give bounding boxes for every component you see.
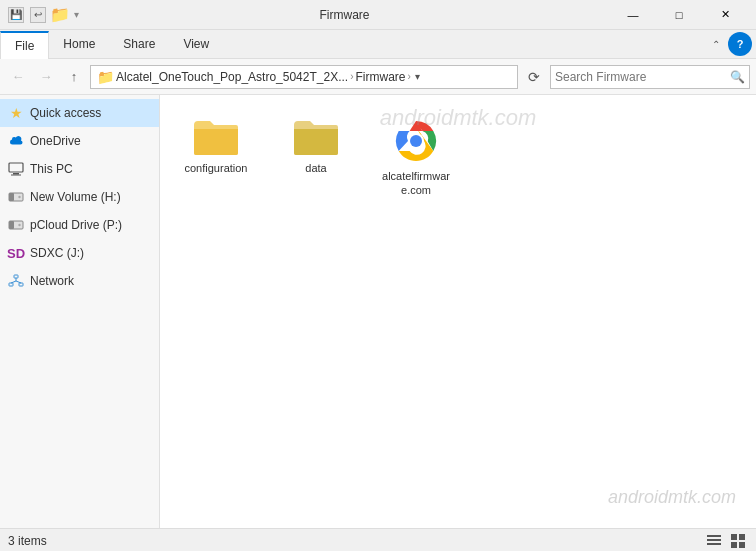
refresh-button[interactable]: ⟳ bbox=[522, 65, 546, 89]
help-button[interactable]: ? bbox=[728, 32, 752, 56]
forward-button[interactable]: → bbox=[34, 65, 58, 89]
svg-rect-10 bbox=[9, 283, 13, 286]
file-item-alcatelfirmware[interactable]: alcatelfirmware.com bbox=[376, 111, 456, 204]
file-item-label-configuration: configuration bbox=[185, 161, 248, 175]
chrome-svg bbox=[392, 117, 440, 165]
watermark-bottom: androidmtk.com bbox=[608, 487, 736, 508]
sidebar-item-label-onedrive: OneDrive bbox=[30, 134, 81, 148]
svg-rect-11 bbox=[19, 283, 23, 286]
svg-point-8 bbox=[18, 224, 20, 226]
svg-rect-20 bbox=[707, 543, 721, 545]
status-bar: 3 items bbox=[0, 528, 756, 551]
file-item-configuration[interactable]: configuration bbox=[176, 111, 256, 204]
svg-rect-18 bbox=[707, 535, 721, 537]
sidebar-item-sdxc[interactable]: SD SDXC (J:) bbox=[0, 239, 159, 267]
tab-file[interactable]: File bbox=[0, 31, 49, 59]
file-item-label-alcatelfirmware: alcatelfirmware.com bbox=[380, 169, 452, 198]
search-icon: 🔍 bbox=[730, 70, 745, 84]
network-icon bbox=[8, 273, 24, 289]
cloud-icon bbox=[8, 133, 24, 149]
svg-line-14 bbox=[16, 281, 21, 283]
maximize-button[interactable]: □ bbox=[656, 0, 702, 30]
sidebar-item-new-volume[interactable]: New Volume (H:) bbox=[0, 183, 159, 211]
svg-rect-1 bbox=[13, 173, 19, 175]
sidebar-item-quick-access[interactable]: ★ Quick access bbox=[0, 99, 159, 127]
svg-rect-19 bbox=[707, 539, 721, 541]
sidebar-item-label-pcloud-drive: pCloud Drive (P:) bbox=[30, 218, 122, 232]
title-bar-title: Firmware bbox=[79, 8, 610, 22]
sidebar-item-label-quick-access: Quick access bbox=[30, 106, 101, 120]
save-icon[interactable]: 💾 bbox=[8, 7, 24, 23]
up-button[interactable]: ↑ bbox=[62, 65, 86, 89]
svg-rect-2 bbox=[11, 175, 21, 176]
search-box[interactable]: 🔍 bbox=[550, 65, 750, 89]
sidebar-item-onedrive[interactable]: OneDrive bbox=[0, 127, 159, 155]
svg-rect-23 bbox=[731, 542, 737, 548]
back-button[interactable]: ← bbox=[6, 65, 30, 89]
folder-icon[interactable]: 📁 bbox=[52, 7, 68, 23]
ribbon: File Home Share View ⌃ ? bbox=[0, 30, 756, 59]
item-count: 3 items bbox=[8, 534, 47, 548]
path-sep-2: › bbox=[408, 71, 411, 82]
minimize-button[interactable]: — bbox=[610, 0, 656, 30]
sidebar-item-label-sdxc: SDXC (J:) bbox=[30, 246, 84, 260]
star-icon: ★ bbox=[8, 105, 24, 121]
svg-rect-4 bbox=[9, 193, 14, 201]
undo-icon[interactable]: ↩ bbox=[30, 7, 46, 23]
svg-rect-7 bbox=[9, 221, 14, 229]
address-path[interactable]: 📁 Alcatel_OneTouch_Pop_Astro_5042T_2X...… bbox=[90, 65, 518, 89]
tab-home[interactable]: Home bbox=[49, 30, 109, 58]
content-area: androidmtk.com configuration data bbox=[160, 95, 756, 528]
path-sep-1: › bbox=[350, 71, 353, 82]
sdxc-icon: SD bbox=[8, 245, 24, 261]
svg-point-5 bbox=[18, 196, 20, 198]
close-button[interactable]: ✕ bbox=[702, 0, 748, 30]
title-bar-icons: 💾 ↩ 📁 ▾ bbox=[8, 7, 79, 23]
pcloud-icon bbox=[8, 217, 24, 233]
pc-icon bbox=[8, 161, 24, 177]
sidebar-item-pcloud-drive[interactable]: pCloud Drive (P:) bbox=[0, 211, 159, 239]
ribbon-tabs: File Home Share View ⌃ ? bbox=[0, 30, 756, 58]
path-folder-icon: 📁 bbox=[97, 69, 114, 85]
details-view-button[interactable] bbox=[704, 531, 724, 551]
path-part-2: Firmware bbox=[356, 70, 406, 84]
main-area: ★ Quick access OneDrive This PC New Volu… bbox=[0, 95, 756, 528]
title-bar: 💾 ↩ 📁 ▾ Firmware — □ ✕ bbox=[0, 0, 756, 30]
sidebar-item-this-pc[interactable]: This PC bbox=[0, 155, 159, 183]
svg-line-13 bbox=[11, 281, 16, 283]
path-dropdown-icon[interactable]: ▾ bbox=[415, 71, 420, 82]
folder-svg-configuration bbox=[192, 117, 240, 157]
path-part-1: Alcatel_OneTouch_Pop_Astro_5042T_2X... bbox=[116, 70, 348, 84]
svg-rect-24 bbox=[739, 542, 745, 548]
address-bar: ← → ↑ 📁 Alcatel_OneTouch_Pop_Astro_5042T… bbox=[0, 59, 756, 95]
svg-point-17 bbox=[410, 135, 422, 147]
ribbon-expand-button[interactable]: ⌃ bbox=[704, 39, 728, 50]
sidebar: ★ Quick access OneDrive This PC New Volu… bbox=[0, 95, 160, 528]
view-controls bbox=[704, 531, 748, 551]
sidebar-item-label-network: Network bbox=[30, 274, 74, 288]
svg-rect-0 bbox=[9, 163, 23, 172]
file-item-data[interactable]: data bbox=[276, 111, 356, 204]
sidebar-item-network[interactable]: Network bbox=[0, 267, 159, 295]
new-volume-icon bbox=[8, 189, 24, 205]
svg-rect-21 bbox=[731, 534, 737, 540]
svg-rect-9 bbox=[14, 275, 18, 278]
file-item-label-data: data bbox=[305, 161, 326, 175]
title-bar-controls: — □ ✕ bbox=[610, 0, 748, 30]
svg-rect-22 bbox=[739, 534, 745, 540]
search-input[interactable] bbox=[555, 70, 730, 84]
tab-view[interactable]: View bbox=[169, 30, 223, 58]
tab-share[interactable]: Share bbox=[109, 30, 169, 58]
tiles-view-button[interactable] bbox=[728, 531, 748, 551]
sidebar-item-label-new-volume: New Volume (H:) bbox=[30, 190, 121, 204]
folder-svg-data bbox=[292, 117, 340, 157]
sidebar-item-label-this-pc: This PC bbox=[30, 162, 73, 176]
